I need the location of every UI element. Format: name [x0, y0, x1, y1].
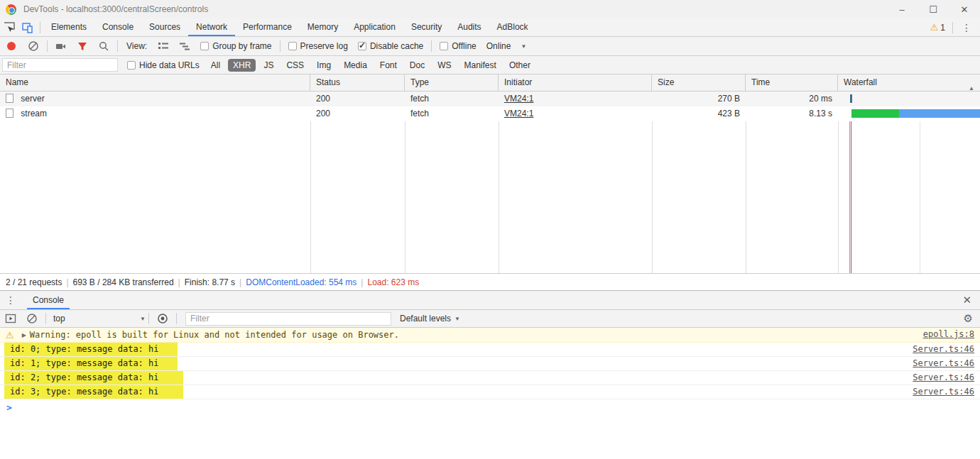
- live-expression-eye-icon[interactable]: [152, 310, 173, 327]
- source-link[interactable]: Server.ts:46: [913, 372, 974, 382]
- search-icon[interactable]: [93, 37, 114, 55]
- execution-context-dropdown[interactable]: top ▼: [53, 314, 146, 323]
- source-link[interactable]: Server.ts:46: [913, 387, 974, 397]
- column-header-type[interactable]: Type: [405, 74, 499, 92]
- initiator-link[interactable]: VM24:1: [504, 94, 533, 104]
- console-drawer-tab[interactable]: Console: [27, 291, 70, 309]
- request-time: 8.13 s: [746, 106, 838, 121]
- waterfall-bar-stream-waiting: [851, 109, 899, 118]
- load-time: Load: 623 ms: [367, 277, 419, 287]
- view-list-icon[interactable]: [153, 37, 174, 55]
- inspect-element-icon[interactable]: [0, 19, 18, 36]
- close-drawer-icon[interactable]: ✕: [954, 294, 980, 306]
- filter-type-ws[interactable]: WS: [432, 59, 456, 72]
- console-filter-input[interactable]: [185, 312, 391, 326]
- column-header-status[interactable]: Status: [310, 74, 405, 92]
- tab-performance[interactable]: Performance: [235, 18, 300, 36]
- tab-elements[interactable]: Elements: [43, 18, 94, 36]
- tab-application[interactable]: Application: [346, 18, 403, 36]
- disable-cache-checkbox[interactable]: Disable cache: [353, 37, 428, 55]
- hide-data-urls-checkbox[interactable]: Hide data URLs: [122, 56, 205, 74]
- warning-icon: ⚠: [6, 330, 14, 341]
- filter-type-media[interactable]: Media: [339, 59, 372, 72]
- filter-type-xhr[interactable]: XHR: [228, 59, 256, 72]
- filter-funnel-icon[interactable]: [72, 37, 93, 55]
- console-prompt[interactable]: >: [0, 399, 980, 415]
- checkbox-icon: [200, 42, 209, 50]
- console-log-row[interactable]: id: 3; type: message data: hi Server.ts:…: [0, 385, 980, 399]
- offline-checkbox[interactable]: Offline: [435, 37, 481, 55]
- tab-memory[interactable]: Memory: [300, 18, 346, 36]
- divider: [280, 40, 281, 52]
- divider: [952, 22, 953, 33]
- network-filter-bar: Hide data URLs All XHR JS CSS Img Media …: [0, 56, 980, 74]
- expand-triangle-icon[interactable]: ▶: [22, 332, 26, 338]
- filter-type-doc[interactable]: Doc: [405, 59, 430, 72]
- table-row[interactable]: server 200 fetch VM24:1 270 B 20 ms: [0, 92, 980, 106]
- close-button[interactable]: ✕: [949, 0, 980, 18]
- filter-type-css[interactable]: CSS: [281, 59, 309, 72]
- console-settings-icon[interactable]: ⚙: [964, 312, 973, 325]
- record-button[interactable]: [7, 42, 16, 50]
- column-header-initiator[interactable]: Initiator: [499, 74, 652, 92]
- request-name: server: [21, 94, 44, 104]
- view-timeline-icon[interactable]: [174, 37, 195, 55]
- devtools-window: DevTools - localhost:3000/centralScreen/…: [0, 0, 980, 459]
- filter-type-manifest[interactable]: Manifest: [459, 59, 501, 72]
- console-warning-row[interactable]: ⚠ ▶ Warning: epoll is built for Linux an…: [0, 328, 980, 343]
- divider: [47, 40, 48, 52]
- console-sidebar-toggle-icon[interactable]: [0, 310, 21, 327]
- requests-count: 2 / 21 requests: [6, 277, 62, 287]
- more-options-icon[interactable]: ⋮: [956, 22, 980, 33]
- source-link[interactable]: epoll.js:8: [923, 329, 974, 339]
- chevron-down-icon: ▼: [140, 316, 146, 322]
- network-filter-input[interactable]: [2, 58, 118, 72]
- network-toolbar: View: Group by frame Preserve log Disabl…: [0, 37, 980, 56]
- throttling-dropdown[interactable]: Online ▼: [481, 37, 532, 55]
- console-log-row[interactable]: id: 1; type: message data: hi Server.ts:…: [0, 357, 980, 371]
- clear-console-icon[interactable]: [21, 310, 43, 327]
- checkbox-icon: [440, 42, 448, 50]
- screenshot-capture-icon[interactable]: [50, 37, 72, 55]
- filter-type-js[interactable]: JS: [258, 59, 278, 72]
- console-prompt-chevron-icon: >: [6, 402, 12, 413]
- network-request-table: Name Status Type Initiator Size Time Wat…: [0, 74, 980, 273]
- preserve-log-checkbox[interactable]: Preserve log: [283, 37, 353, 55]
- checkbox-icon: [288, 42, 297, 50]
- column-header-waterfall[interactable]: Waterfall ▲: [838, 74, 980, 92]
- maximize-button[interactable]: ☐: [918, 0, 949, 18]
- warnings-badge[interactable]: ⚠ 1: [930, 22, 945, 33]
- tab-adblock[interactable]: AdBlock: [489, 18, 536, 36]
- filter-type-other[interactable]: Other: [504, 59, 535, 72]
- minimize-button[interactable]: –: [886, 0, 918, 18]
- tab-network[interactable]: Network: [188, 18, 235, 36]
- tab-sources[interactable]: Sources: [141, 18, 188, 36]
- console-log-row[interactable]: id: 2; type: message data: hi Server.ts:…: [0, 371, 980, 385]
- network-summary-bar: 2 / 21 requests | 693 B / 284 KB transfe…: [0, 273, 980, 290]
- source-link[interactable]: Server.ts:46: [913, 358, 974, 368]
- tab-security[interactable]: Security: [403, 18, 450, 36]
- device-toolbar-icon[interactable]: [18, 19, 37, 36]
- filter-type-font[interactable]: Font: [375, 59, 402, 72]
- log-message-highlighted: id: 2; type: message data: hi: [4, 371, 183, 385]
- console-log-row[interactable]: id: 0; type: message data: hi Server.ts:…: [0, 343, 980, 357]
- column-header-size[interactable]: Size: [652, 74, 746, 92]
- tab-console[interactable]: Console: [94, 18, 141, 36]
- drawer-more-options-icon[interactable]: ⋮: [0, 294, 17, 306]
- group-by-frame-checkbox[interactable]: Group by frame: [195, 37, 276, 55]
- column-header-time[interactable]: Time: [746, 74, 838, 92]
- table-row[interactable]: stream 200 fetch VM24:1 423 B 8.13 s: [0, 106, 980, 121]
- initiator-link[interactable]: VM24:1: [504, 109, 533, 118]
- source-link[interactable]: Server.ts:46: [913, 344, 974, 354]
- tab-audits[interactable]: Audits: [450, 18, 489, 36]
- filter-type-all[interactable]: All: [206, 59, 225, 72]
- file-icon: [6, 94, 13, 103]
- log-message-highlighted: id: 3; type: message data: hi: [4, 385, 183, 399]
- title-bar: DevTools - localhost:3000/centralScreen/…: [0, 0, 980, 18]
- filter-type-img[interactable]: Img: [312, 59, 336, 72]
- log-levels-dropdown[interactable]: Default levels ▼: [400, 314, 460, 323]
- clear-button[interactable]: [23, 37, 44, 55]
- divider: |: [66, 277, 68, 287]
- dom-content-loaded-time: DOMContentLoaded: 554 ms: [246, 277, 356, 287]
- column-header-name[interactable]: Name: [0, 74, 310, 92]
